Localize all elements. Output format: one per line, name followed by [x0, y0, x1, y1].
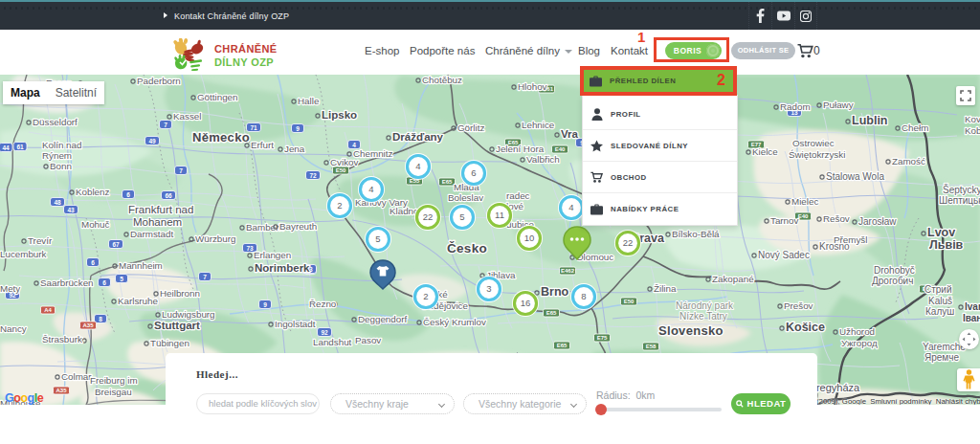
svg-text:Freiburg im: Freiburg im: [90, 375, 138, 386]
svg-text:Vra: Vra: [561, 128, 579, 140]
svg-text:Ludwigsburg: Ludwigsburg: [162, 309, 215, 320]
svg-text:Kielce: Kielce: [752, 146, 778, 157]
svg-text:Stalowa Wola: Stalowa Wola: [826, 171, 884, 182]
svg-text:6: 6: [102, 279, 106, 286]
svg-text:Žilina: Žilina: [654, 283, 677, 294]
svg-text:9: 9: [296, 125, 300, 132]
svg-text:Prešov: Prešov: [784, 300, 813, 311]
svg-text:Lehnice: Lehnice: [522, 120, 555, 130]
svg-text:22: 22: [423, 211, 434, 222]
svg-text:3: 3: [486, 283, 491, 294]
svg-text:Košice: Košice: [786, 321, 825, 334]
svg-text:Hlohov: Hlohov: [518, 81, 547, 92]
svg-text:92: 92: [321, 329, 328, 336]
svg-text:4: 4: [368, 184, 373, 194]
svg-text:44: 44: [2, 144, 10, 151]
svg-text:Nový Sadec: Nový Sadec: [758, 250, 810, 260]
svg-text:Nancy: Nancy: [0, 323, 27, 334]
svg-text:Rýnem: Rýnem: [42, 150, 72, 161]
svg-text:Mannheim: Mannheim: [119, 260, 163, 271]
svg-text:5: 5: [459, 211, 464, 222]
svg-text:Česko: Česko: [447, 241, 487, 255]
svg-text:E40: E40: [555, 146, 566, 152]
svg-text:4: 4: [415, 161, 420, 171]
svg-text:Lucemburk: Lucemburk: [0, 249, 47, 259]
svg-text:Стрий: Стрий: [924, 284, 952, 295]
svg-text:Brno: Brno: [541, 285, 569, 299]
svg-text:6: 6: [471, 167, 476, 178]
svg-text:E65: E65: [557, 343, 568, 348]
svg-text:Boleslav: Boleslav: [448, 192, 483, 203]
svg-text:Tarnov: Tarnov: [770, 215, 799, 226]
svg-text:Breisgau: Breisgau: [95, 387, 132, 397]
svg-text:Bonn: Bonn: [50, 161, 72, 171]
svg-text:Іван: Іван: [963, 313, 980, 323]
svg-text:11: 11: [495, 210, 504, 220]
svg-text:Erfurt: Erfurt: [251, 140, 274, 150]
svg-text:E58: E58: [646, 344, 657, 349]
svg-text:Шептицький: Шептицький: [939, 195, 980, 206]
svg-text:Lublin: Lublin: [852, 114, 888, 127]
svg-text:2: 2: [423, 291, 428, 301]
svg-text:67: 67: [112, 241, 120, 248]
svg-text:Ostrowiec: Ostrowiec: [792, 138, 835, 148]
svg-text:E50: E50: [624, 299, 635, 304]
svg-text:10: 10: [524, 233, 535, 243]
svg-text:Deggendorf: Deggendorf: [358, 314, 407, 324]
svg-text:Jena: Jena: [284, 144, 305, 154]
svg-text:Německo: Německo: [192, 130, 250, 144]
svg-text:Šeptyckyj: Šeptyckyj: [943, 184, 980, 195]
svg-text:Lipsko: Lipsko: [322, 109, 357, 121]
svg-text:Jarosław: Jarosław: [858, 216, 897, 227]
svg-text:Stuttgart: Stuttgart: [154, 320, 200, 331]
svg-text:A35: A35: [82, 322, 94, 328]
svg-text:E462: E462: [561, 268, 575, 274]
svg-text:E40: E40: [798, 213, 809, 219]
svg-text:Přemyšl: Přemyšl: [834, 234, 867, 245]
svg-text:Pasov: Pasov: [355, 335, 381, 345]
svg-text:4: 4: [352, 142, 356, 148]
svg-text:E50: E50: [336, 167, 346, 173]
svg-text:16: 16: [521, 298, 531, 308]
svg-text:Kolín nad: Kolín nad: [42, 140, 81, 150]
svg-text:Ужгород: Ужгород: [841, 338, 878, 348]
svg-text:Калуш: Калуш: [925, 306, 954, 317]
svg-text:Lvov: Lvov: [927, 226, 955, 239]
svg-text:Darmstadt: Darmstadt: [130, 229, 173, 239]
svg-text:E65: E65: [442, 179, 453, 185]
svg-text:Görlitz: Görlitz: [457, 122, 484, 133]
svg-text:Heilbronn: Heilbronn: [160, 288, 200, 299]
svg-text:8: 8: [581, 291, 586, 301]
svg-text:Řezno: Řezno: [309, 299, 337, 309]
svg-text:7: 7: [164, 122, 167, 128]
svg-text:Landshut: Landshut: [313, 337, 352, 347]
svg-text:6: 6: [91, 259, 95, 266]
svg-text:Colmar: Colmar: [61, 371, 92, 382]
svg-text:72: 72: [309, 172, 317, 179]
svg-text:Würzburg: Würzburg: [195, 233, 235, 244]
svg-text:Chemnitz: Chemnitz: [353, 148, 392, 159]
svg-text:Nízke Tatry: Nízke Tatry: [679, 311, 727, 322]
svg-text:Mielec: Mielec: [791, 196, 818, 207]
svg-text:71: 71: [250, 124, 257, 131]
svg-text:Drážďany: Drážďany: [392, 131, 444, 143]
svg-text:Bílsko-Bělá: Bílsko-Bělá: [672, 229, 720, 239]
svg-text:4: 4: [568, 202, 573, 212]
svg-text:Mety: Mety: [0, 283, 20, 294]
svg-text:73: 73: [246, 245, 254, 252]
svg-text:E65: E65: [546, 310, 557, 316]
svg-text:Puławy: Puławy: [823, 100, 854, 110]
svg-text:7: 7: [179, 167, 183, 174]
svg-text:Halle: Halle: [298, 96, 320, 106]
svg-text:Cvikov: Cvikov: [330, 157, 358, 167]
svg-text:Norimberk: Norimberk: [255, 262, 310, 274]
svg-text:Ivan: Ivan: [965, 301, 980, 312]
svg-text:Slovensko: Slovensko: [658, 323, 724, 338]
svg-text:Národný park: Národný park: [676, 300, 734, 311]
svg-text:9: 9: [263, 301, 267, 308]
svg-text:Kassel: Kassel: [173, 111, 201, 122]
svg-text:Mohanem: Mohanem: [133, 216, 182, 228]
svg-text:Chełm: Chełm: [902, 122, 928, 133]
svg-text:E75: E75: [597, 335, 608, 341]
svg-text:5: 5: [120, 276, 123, 282]
